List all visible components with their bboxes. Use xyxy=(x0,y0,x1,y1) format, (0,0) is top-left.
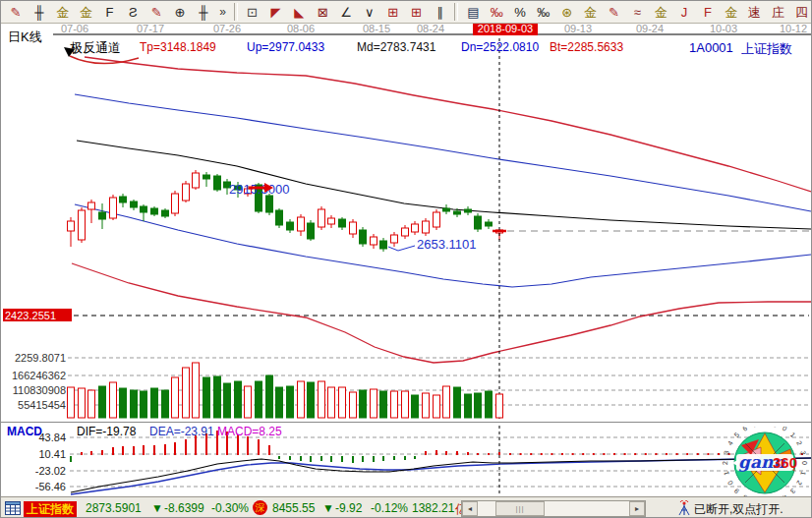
logo-ring-digit: 1 xyxy=(723,471,730,477)
candle-body xyxy=(151,208,158,214)
date-tick-label: 09-24 xyxy=(636,23,664,34)
toolbar-overflow-chevron[interactable]: » xyxy=(215,5,231,19)
toolbar-fan-box-icon[interactable]: ⊠ xyxy=(311,3,334,22)
toolbar-percent-icon[interactable]: % xyxy=(508,3,532,22)
toolbar-fib-grid-icon[interactable]: F xyxy=(97,3,121,22)
toolbar-zhuang-angle-icon[interactable]: 庄 xyxy=(767,3,790,22)
toolbar-four-angle-icon[interactable]: 四 xyxy=(789,3,812,22)
macd-scale-label: -56.46 xyxy=(35,481,66,492)
toolbar-gold-grid-icon[interactable]: 金 xyxy=(51,3,75,22)
market-table-icon[interactable] xyxy=(5,501,21,518)
toolbar-brush-bars-icon[interactable]: ✎ xyxy=(603,3,626,22)
toolbar-gann-comb-icon[interactable]: ╫ xyxy=(28,3,51,22)
toolbar-brush-icon[interactable]: ✎ xyxy=(4,3,28,22)
toolbar-comb2-icon[interactable]: ╫ xyxy=(192,3,215,22)
macd-dea-value: DEA=-23.91 xyxy=(149,425,214,438)
toolbar-zigzag-icon[interactable]: ∨ xyxy=(358,3,381,22)
current-date-label: 2018-09-03 xyxy=(478,23,533,34)
date-tick-label: 07-06 xyxy=(61,23,88,34)
candle-body xyxy=(308,223,315,239)
candle-body xyxy=(443,208,450,211)
index-badge[interactable]: 上证指数 xyxy=(24,501,77,518)
date-tick-label: 10-12 xyxy=(780,23,807,34)
security-name[interactable]: 上证指数 xyxy=(741,40,792,58)
volume-bar xyxy=(203,377,210,418)
date-tick-label: 08-15 xyxy=(363,23,390,34)
toolbar-bars-panel-icon[interactable]: ▤ xyxy=(461,3,485,22)
macd-scale-label: 10.41 xyxy=(38,448,66,460)
logo-ring-digit: 0 xyxy=(726,480,734,487)
toolbar-gold-lines-icon[interactable]: 金 xyxy=(579,3,603,22)
macd-pane-label[interactable]: MACD xyxy=(7,425,42,438)
toolbar-grid-red2-icon[interactable]: ⊞ xyxy=(405,3,429,22)
candle-body xyxy=(465,209,472,212)
status-bar: 上证指数 2873.5901 ▼ -8.6399 -0.30% 深 8455.5… xyxy=(1,496,812,518)
security-code[interactable]: 1A0001 xyxy=(689,40,733,55)
candle-body xyxy=(110,198,117,218)
volume-bar xyxy=(434,395,440,418)
toolbar-brush-ruler-icon[interactable]: ✎ xyxy=(145,3,168,22)
toolbar-fan-up-icon[interactable]: ◤ xyxy=(263,3,287,22)
candle-body xyxy=(475,216,482,229)
toolbar-gold-grid2-icon[interactable]: 金 xyxy=(75,3,98,22)
toolbar-permille-lines-icon[interactable]: ‰ xyxy=(532,3,555,22)
toolbar-fan-fill-icon[interactable]: ◣ xyxy=(287,3,311,22)
index-change: -8.6399 xyxy=(164,501,204,515)
volume-bar xyxy=(287,386,294,418)
toolbar-j-angle-icon[interactable]: J xyxy=(672,3,696,22)
logo-ring-digit: 3 xyxy=(723,450,730,456)
toolbar-grid-red-icon[interactable]: ⊞ xyxy=(381,3,405,22)
channel-bt-value: Bt=2285.5633 xyxy=(550,40,623,54)
volume-bar xyxy=(308,382,315,418)
toolbar-gold-circle-icon[interactable]: ⊛ xyxy=(555,3,579,22)
candle-body xyxy=(298,217,305,231)
candle-body xyxy=(141,206,147,212)
toolbar-box-tool-icon[interactable]: ⊡ xyxy=(241,3,264,22)
candle-body xyxy=(339,219,346,227)
logo-ring-digit: 3 xyxy=(789,488,797,495)
toolbar-speed-angle-icon[interactable]: 速 xyxy=(743,3,767,22)
sz-down-arrow-icon: ▼ xyxy=(322,501,334,515)
connection-status[interactable]: 已断开,双点打开. xyxy=(694,501,783,518)
logo-ring-digit: 9 xyxy=(773,427,779,429)
candle-body xyxy=(360,230,367,244)
candle-body xyxy=(319,209,325,227)
scroll-right-arrow[interactable]: ▸ xyxy=(629,501,645,516)
toolbar-gold-angle-icon[interactable]: 金 xyxy=(720,3,743,22)
shenzhen-market-icon[interactable]: 深 xyxy=(253,500,267,515)
volume-bar xyxy=(131,390,138,418)
toolbar-f-angle-icon[interactable]: F xyxy=(696,3,720,22)
horizontal-scrollbar[interactable]: ◂ ||| ▸ xyxy=(461,500,646,517)
scroll-thumb[interactable]: ||| xyxy=(495,501,545,516)
volume-bar xyxy=(496,394,503,418)
scale-label: 166246362 xyxy=(12,370,66,381)
antenna-icon xyxy=(677,500,691,518)
volume-bar xyxy=(235,381,242,418)
candle-body xyxy=(371,237,377,245)
volume-bar xyxy=(465,394,472,418)
index-last-price: 2873.5901 xyxy=(86,501,142,515)
toolbar-gold-underline-icon[interactable]: 金 xyxy=(649,3,672,22)
scroll-left-arrow[interactable]: ◂ xyxy=(462,501,478,516)
annotation-leader xyxy=(388,246,415,251)
toolbar-wave-box-icon[interactable]: ≈ xyxy=(625,3,649,22)
volume-bar xyxy=(339,387,346,418)
logo-ring-digit: 1 xyxy=(789,432,797,439)
sz-change-pct: -0.12% xyxy=(371,501,408,515)
chart-canvas[interactable]: 2259.80711662463621108309085541545443.84… xyxy=(1,1,812,518)
toolbar-percent-strike-icon[interactable]: ‰ xyxy=(485,3,508,22)
toolbar-spiral-grid-icon[interactable]: Ƨ xyxy=(121,3,145,22)
indicator-name[interactable]: 极反通道 xyxy=(70,39,121,57)
macd-scale-label: 43.84 xyxy=(38,432,66,443)
volume-bar xyxy=(141,391,147,418)
toolbar-trend-angle-icon[interactable]: ∠ xyxy=(334,3,358,22)
volume-bar xyxy=(486,391,493,418)
toolbar-parallel-lines-icon[interactable]: ∥ xyxy=(429,3,452,22)
candle-body xyxy=(454,211,461,214)
candle-body xyxy=(203,175,210,179)
toolbar-separator xyxy=(454,3,458,21)
pane-label: 日K线 xyxy=(8,29,42,46)
scroll-track[interactable]: ||| xyxy=(478,501,629,516)
logo-ring-digit: 5 xyxy=(733,431,741,438)
toolbar-cycle-circle-icon[interactable]: ⊕ xyxy=(168,3,192,22)
